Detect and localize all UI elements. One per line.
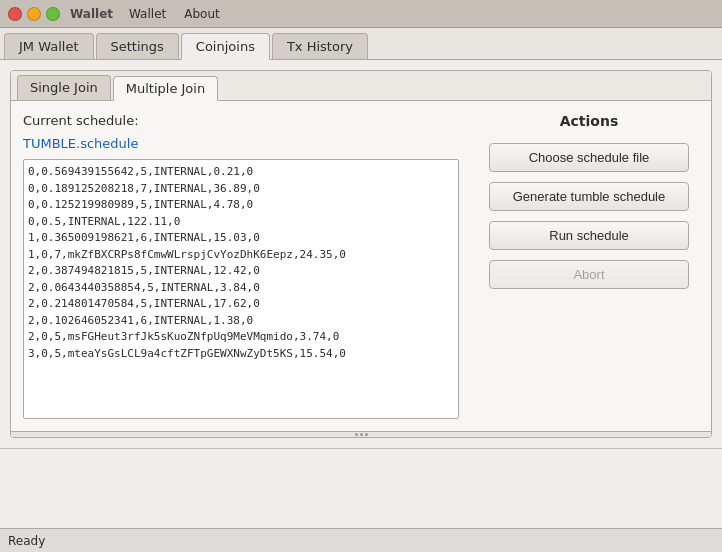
abort-button[interactable]: Abort bbox=[489, 260, 689, 289]
resize-dots bbox=[355, 433, 368, 436]
menu-wallet[interactable]: Wallet bbox=[121, 5, 174, 23]
sub-tabs: Single Join Multiple Join bbox=[11, 71, 711, 101]
multiple-join-content: Current schedule: TUMBLE.schedule Action… bbox=[11, 101, 711, 431]
sub-tabs-container: Single Join Multiple Join Current schedu… bbox=[10, 70, 712, 438]
titlebar: Wallet Wallet About bbox=[0, 0, 722, 28]
choose-schedule-button[interactable]: Choose schedule file bbox=[489, 143, 689, 172]
schedule-textarea[interactable] bbox=[23, 159, 459, 419]
status-text: Ready bbox=[8, 534, 45, 548]
schedule-label: Current schedule: bbox=[23, 113, 459, 128]
left-panel: Current schedule: TUMBLE.schedule bbox=[23, 113, 459, 419]
tab-settings[interactable]: Settings bbox=[96, 33, 179, 59]
tab-tx-history[interactable]: Tx History bbox=[272, 33, 368, 59]
run-schedule-button[interactable]: Run schedule bbox=[489, 221, 689, 250]
tab-single-join[interactable]: Single Join bbox=[17, 75, 111, 100]
minimize-button[interactable] bbox=[27, 7, 41, 21]
titlebar-buttons bbox=[8, 7, 60, 21]
main-tabs: JM Wallet Settings Coinjoins Tx History bbox=[0, 28, 722, 60]
resize-dot-3 bbox=[365, 433, 368, 436]
app-title: Wallet bbox=[70, 7, 113, 21]
tab-coinjoins[interactable]: Coinjoins bbox=[181, 33, 270, 60]
menu-about[interactable]: About bbox=[176, 5, 227, 23]
generate-tumble-button[interactable]: Generate tumble schedule bbox=[489, 182, 689, 211]
actions-title: Actions bbox=[560, 113, 619, 129]
right-panel: Actions Choose schedule file Generate tu… bbox=[479, 113, 699, 419]
titlebar-menu: Wallet About bbox=[121, 5, 228, 23]
tab-multiple-join[interactable]: Multiple Join bbox=[113, 76, 218, 101]
resize-dot-1 bbox=[355, 433, 358, 436]
resize-dot-2 bbox=[360, 433, 363, 436]
statusbar: Ready bbox=[0, 528, 722, 552]
schedule-filename: TUMBLE.schedule bbox=[23, 136, 459, 151]
resize-handle[interactable] bbox=[11, 431, 711, 437]
tab-jm-wallet[interactable]: JM Wallet bbox=[4, 33, 94, 59]
content-area: Single Join Multiple Join Current schedu… bbox=[0, 60, 722, 448]
bottom-panel bbox=[0, 448, 722, 528]
maximize-button[interactable] bbox=[46, 7, 60, 21]
close-button[interactable] bbox=[8, 7, 22, 21]
